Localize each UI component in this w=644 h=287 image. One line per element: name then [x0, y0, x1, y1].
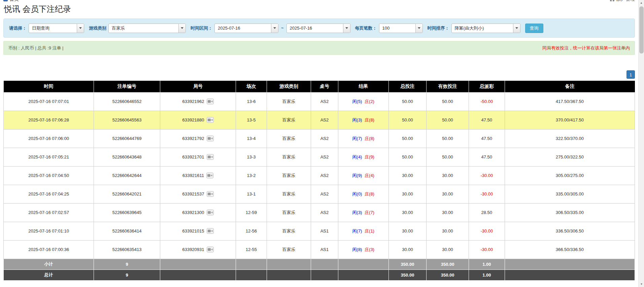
scroll-up-icon[interactable]: ▲	[639, 0, 644, 6]
total-bet-link[interactable]: 50.00	[388, 148, 427, 166]
game-replay-icon[interactable]	[207, 191, 214, 197]
total-bet-link[interactable]: 50.00	[388, 92, 427, 111]
round-number: 633921015	[182, 228, 204, 234]
cell-payout: -30.00	[469, 166, 505, 185]
total-bet-link[interactable]: 30.00	[388, 166, 427, 185]
total-bet-link[interactable]: 30.00	[388, 240, 427, 259]
page-size-select[interactable]: 100	[379, 24, 423, 33]
column-header: 总派彩	[469, 81, 505, 92]
game-replay-icon[interactable]	[207, 154, 214, 160]
total-count: 9	[94, 270, 160, 280]
cell-valid-bet: 30.00	[427, 185, 469, 203]
cell-payout: -30.00	[469, 222, 505, 240]
bet-records-table: 时间注单编号局号场次游戏类别桌号结果总投注有效投注总派彩备注 2025-07-1…	[3, 81, 635, 281]
date-from-select[interactable]: 2025-07-16	[214, 24, 278, 33]
player-result: 闲(3)	[352, 117, 362, 122]
scrollbar[interactable]: ▲ ▼	[638, 0, 644, 287]
player-result: 闲(3)	[352, 210, 362, 215]
query-type-select[interactable]: 日期查询	[29, 24, 84, 33]
game-replay-icon[interactable]	[207, 117, 214, 123]
apps-grid-icon[interactable]	[610, 0, 614, 1]
subtotal-total-bet: 350.00	[388, 259, 427, 270]
cell-result: 闲(0) 庄(8)	[338, 185, 388, 203]
page-button-1[interactable]: 1	[626, 70, 635, 79]
chevron-down-icon[interactable]	[415, 24, 422, 33]
chevron-down-icon[interactable]	[271, 24, 278, 33]
cell-game-type: 百家乐	[267, 240, 311, 259]
player-result: 闲(5)	[352, 99, 362, 104]
total-bet-link[interactable]: 30.00	[388, 185, 427, 203]
cell-game-type: 百家乐	[267, 148, 311, 166]
total-bet-link[interactable]: 50.00	[388, 129, 427, 148]
sort-order-select[interactable]: 降冪(由大到小)	[451, 24, 520, 33]
game-replay-icon[interactable]	[206, 173, 213, 178]
round-number: 633921701	[182, 154, 204, 159]
banker-result: 庄(8)	[365, 136, 374, 141]
game-replay-icon[interactable]	[207, 228, 214, 234]
cell-session: 13-6	[236, 92, 267, 111]
game-replay-icon[interactable]	[207, 210, 214, 215]
chevron-down-icon[interactable]	[513, 24, 520, 33]
top-left-link[interactable]: 首页	[9, 0, 19, 3]
column-header: 桌号	[311, 81, 338, 92]
cell-result: 闲(8) 庄(3)	[338, 240, 388, 259]
total-bet-link[interactable]: 30.00	[388, 222, 427, 240]
cell-valid-bet: 30.00	[427, 203, 469, 222]
cell-result: 闲(3) 庄(8)	[338, 111, 388, 129]
cell-table-number: AS1	[311, 240, 338, 259]
cell-result: 闲(3) 庄(7)	[338, 203, 388, 222]
banker-result: 庄(4)	[365, 173, 374, 178]
date-to-select[interactable]: 2025-07-16	[286, 24, 350, 33]
cell-note: 275.00/322.50	[505, 148, 635, 166]
cell-note: 370.00/417.50	[505, 111, 635, 129]
cell-game-type: 百家乐	[267, 129, 311, 148]
game-type-select[interactable]: 百家乐	[108, 24, 186, 33]
home-icon[interactable]	[3, 0, 8, 1]
total-payout: 1.00	[469, 270, 505, 280]
cell-result: 闲(7) 庄(8)	[338, 129, 388, 148]
player-result: 闲(7)	[352, 136, 362, 141]
cell-session: 12-59	[236, 203, 267, 222]
subtotal-row: 小计 9 350.00 350.00 1.00	[4, 259, 635, 270]
chevron-down-icon[interactable]	[77, 24, 84, 33]
cell-bet-id: 522660643648	[94, 148, 160, 166]
subtotal-count: 9	[94, 259, 160, 270]
chevron-down-icon[interactable]	[178, 24, 185, 33]
scroll-down-icon[interactable]: ▼	[639, 281, 644, 287]
cell-time: 2025-07-16 07:06:28	[4, 111, 94, 129]
page-size-label: 每页笔数：	[355, 25, 377, 31]
cell-session: 13-5	[236, 111, 267, 129]
cell-round: 633921300	[160, 203, 236, 222]
total-bet-link[interactable]: 30.00	[388, 203, 427, 222]
main-page: 首页 帐户管理 悦讯 会员下注纪录 请选择： 日期查询 游戏类别 百家乐 时间区…	[0, 0, 638, 287]
subtotal-payout: 1.00	[469, 259, 505, 270]
game-replay-icon[interactable]	[207, 247, 214, 252]
banker-result: 庄(2)	[365, 99, 374, 104]
cell-time: 2025-07-16 07:00:36	[4, 240, 94, 259]
search-button[interactable]: 查询	[525, 24, 543, 33]
cell-time: 2025-07-16 07:04:25	[4, 185, 94, 203]
game-replay-icon[interactable]	[207, 136, 214, 141]
top-right-link[interactable]: 帐户管理	[616, 0, 635, 3]
scrollbar-thumb[interactable]	[639, 6, 644, 53]
game-replay-icon[interactable]	[207, 99, 214, 104]
total-bet-link[interactable]: 50.00	[388, 111, 427, 129]
banker-result: 庄(1)	[365, 228, 374, 234]
table-row: 2025-07-16 07:04:50 522660642644 6339216…	[4, 166, 635, 185]
cell-game-type: 百家乐	[267, 166, 311, 185]
table-row: 2025-07-16 07:01:10 522660636414 6339210…	[4, 222, 635, 240]
table-row: 2025-07-16 07:05:21 522660643648 6339217…	[4, 148, 635, 166]
filter-bar: 请选择： 日期查询 游戏类别 百家乐 时间区间： 2025-07-16 ~ 20…	[3, 19, 635, 38]
cell-bet-id: 522660646552	[94, 92, 160, 111]
table-row: 2025-07-16 07:04:25 522660642021 6339215…	[4, 185, 635, 203]
player-result: 闲(8)	[352, 247, 362, 252]
table-row: 2025-07-16 07:06:00 522660644769 6339217…	[4, 129, 635, 148]
cell-session: 13-4	[236, 129, 267, 148]
chevron-down-icon[interactable]	[343, 24, 350, 33]
cell-session: 13-1	[236, 185, 267, 203]
cell-result: 闲(5) 庄(2)	[338, 92, 388, 111]
table-row: 2025-07-16 07:02:57 522660639645 6339213…	[4, 203, 635, 222]
column-header: 总投注	[388, 81, 427, 92]
table-row: 2025-07-16 07:06:28 522660645563 6339218…	[4, 111, 635, 129]
cell-note: 417.50/367.50	[505, 92, 635, 111]
